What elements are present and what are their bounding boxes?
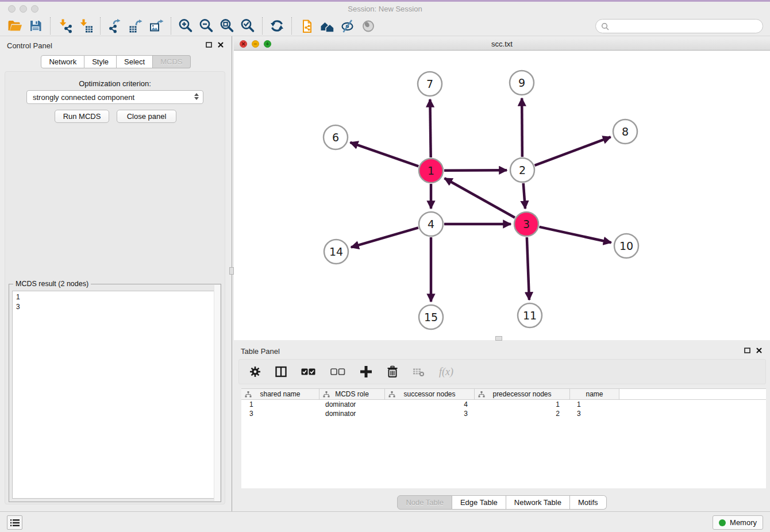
graph-edge-2-3[interactable]: [523, 183, 525, 209]
graph-edge-2-9[interactable]: [522, 98, 522, 157]
graph-edge-1-7[interactable]: [430, 99, 430, 157]
add-column-button[interactable]: [360, 365, 372, 378]
graph-node-label-3: 3: [523, 218, 530, 230]
graph-node-label-2: 2: [519, 164, 526, 176]
attribute-tree-icon: [323, 391, 330, 398]
splitter-grabber-horizontal[interactable]: [495, 336, 502, 341]
open-file-button[interactable]: [5, 17, 25, 35]
criterion-dropdown[interactable]: strongly connected component: [26, 90, 203, 104]
tab-motifs[interactable]: Motifs: [570, 495, 607, 510]
hide-selected-button[interactable]: [337, 17, 358, 35]
column-header-predecessor-nodes[interactable]: predecessor nodes: [475, 389, 570, 399]
column-layout-button[interactable]: [275, 366, 287, 377]
zoom-selected-icon: [240, 18, 256, 34]
table-panel-title: Table Panel: [241, 347, 280, 356]
function-builder-button-disabled[interactable]: f(x): [439, 366, 453, 378]
close-panel-icon[interactable]: [218, 42, 224, 48]
close-panel-button[interactable]: Close panel: [117, 110, 176, 123]
table-settings-button[interactable]: [249, 366, 261, 377]
app-title: Session: New Session: [0, 5, 770, 13]
export-network-icon: [107, 18, 122, 33]
refresh-button[interactable]: [267, 17, 287, 35]
column-header-shared-name[interactable]: shared name: [241, 389, 319, 399]
graph-edge-3-1[interactable]: [445, 178, 515, 218]
column-header-MCDS-role[interactable]: MCDS role: [319, 389, 385, 399]
copy-network-button[interactable]: [296, 17, 317, 35]
result-scrollbar[interactable]: [214, 285, 220, 501]
mcds-result-group: MCDS result (2 nodes) 13: [9, 284, 221, 502]
zoom-fit-button[interactable]: [217, 17, 237, 35]
table-cell[interactable]: 3: [241, 410, 319, 418]
save-session-button[interactable]: [25, 17, 46, 35]
mcds-result-text[interactable]: 13: [12, 291, 218, 499]
toolbar-separator: [100, 17, 101, 34]
table-cell[interactable]: 1: [241, 400, 319, 408]
column-header-successor-nodes[interactable]: successor nodes: [385, 389, 475, 399]
export-network-button[interactable]: [105, 17, 125, 35]
graph-edge-3-11[interactable]: [527, 237, 529, 300]
show-all-button-disabled[interactable]: [358, 17, 379, 35]
zoom-selected-button[interactable]: [237, 17, 258, 35]
select-all-button[interactable]: [301, 367, 316, 377]
plus-icon: [360, 365, 372, 378]
tab-edge-table[interactable]: Edge Table: [452, 495, 506, 510]
table-cell[interactable]: dominator: [319, 410, 385, 418]
attribute-tree-icon: [478, 391, 485, 398]
list-icon: [10, 519, 20, 527]
graph-edge-1-2[interactable]: [444, 170, 507, 171]
table-row[interactable]: 1dominator411: [241, 400, 766, 409]
task-history-button[interactable]: [7, 515, 22, 530]
zoom-in-button[interactable]: [175, 17, 196, 35]
splitter-grabber-vertical[interactable]: [229, 267, 234, 275]
table-cell[interactable]: 3: [570, 410, 619, 418]
float-table-panel-icon[interactable]: [744, 348, 750, 353]
table-cell[interactable]: 3: [385, 410, 475, 418]
graph-edge-2-8[interactable]: [535, 137, 611, 165]
node-table-body[interactable]: 1dominator4113dominator323: [241, 400, 766, 488]
tab-node-table[interactable]: Node Table: [397, 495, 452, 510]
graph-edge-3-10[interactable]: [539, 227, 611, 242]
delete-table-button-disabled[interactable]: [413, 367, 425, 377]
export-image-button[interactable]: [146, 17, 167, 35]
table-cell[interactable]: 4: [385, 400, 475, 408]
search-input[interactable]: [595, 19, 763, 33]
node-table-header[interactable]: shared nameMCDS rolesuccessor nodesprede…: [241, 388, 766, 400]
tab-network[interactable]: Network: [41, 55, 84, 68]
close-table-panel-icon[interactable]: [756, 348, 762, 353]
status-bar: Memory: [0, 511, 770, 532]
columns-icon: [275, 366, 287, 377]
graph-node-label-11: 11: [523, 309, 537, 322]
network-canvas[interactable]: 1234678910111415: [234, 51, 770, 340]
float-panel-icon[interactable]: [206, 42, 212, 48]
graph-edge-4-14[interactable]: [351, 228, 418, 247]
eye-slash-icon: [340, 18, 355, 34]
tab-network-table[interactable]: Network Table: [506, 495, 570, 510]
table-cell[interactable]: 1: [570, 400, 619, 408]
table-cell[interactable]: 2: [475, 410, 570, 418]
import-table-icon: [78, 18, 93, 33]
memory-button[interactable]: Memory: [713, 515, 763, 530]
run-mcds-button[interactable]: Run MCDS: [55, 110, 109, 123]
deselect-all-button[interactable]: [330, 367, 345, 377]
tab-style[interactable]: Style: [84, 55, 117, 68]
import-table-button[interactable]: [75, 17, 96, 35]
export-table-button[interactable]: [125, 17, 146, 35]
graph-node-label-15: 15: [424, 311, 438, 323]
network-titlebar[interactable]: ✕ − + scc.txt: [234, 38, 770, 51]
criterion-dropdown-value: strongly connected component: [33, 93, 134, 102]
zoom-out-button[interactable]: [196, 17, 217, 35]
delete-column-button[interactable]: [387, 365, 398, 378]
tab-mcds[interactable]: MCDS: [153, 55, 190, 68]
search-field[interactable]: [609, 22, 763, 30]
table-row[interactable]: 3dominator323: [241, 409, 766, 418]
table-cell[interactable]: 1: [475, 400, 570, 408]
table-cell[interactable]: dominator: [319, 400, 385, 408]
control-panel-title: Control Panel: [7, 41, 52, 50]
import-network-button[interactable]: [55, 17, 75, 35]
graph-edge-1-6[interactable]: [350, 142, 418, 167]
graph-node-label-10: 10: [619, 240, 633, 252]
tab-select[interactable]: Select: [117, 55, 153, 68]
save-icon: [29, 19, 43, 33]
first-neighbors-button[interactable]: [317, 17, 337, 35]
column-header-name[interactable]: name: [570, 389, 619, 399]
